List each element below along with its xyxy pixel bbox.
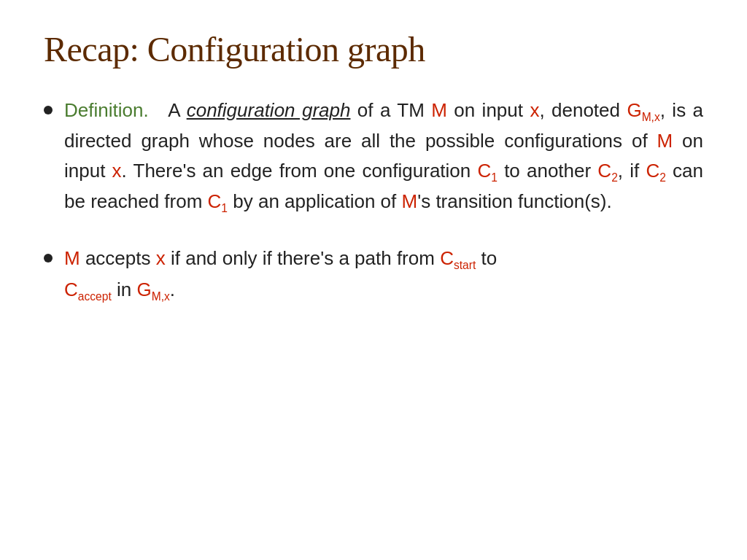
bullet-item-accepts: M accepts x if and only if there's a pat… xyxy=(44,244,703,306)
c-start-sub: start xyxy=(454,260,476,272)
bullet-dot-2 xyxy=(44,254,53,262)
c2-if: C xyxy=(646,160,659,182)
g-final-sub: M,x xyxy=(152,290,170,303)
tm-m-2: M xyxy=(657,130,673,152)
tm-m-1: M xyxy=(431,99,447,121)
slide-title: Recap: Configuration graph xyxy=(44,29,703,69)
c-accept-sub: accept xyxy=(78,290,112,303)
c2-if-sub: 2 xyxy=(659,171,666,184)
c2-label: C xyxy=(597,160,611,182)
input-x-1: x xyxy=(530,99,539,121)
m-accepts: M xyxy=(64,247,80,269)
definition-label: Definition. xyxy=(64,99,149,121)
config-graph-term: configuration graph xyxy=(187,99,351,121)
c1-from-sub: 1 xyxy=(221,202,228,214)
c2-sub: 2 xyxy=(611,171,618,184)
c-accept: C xyxy=(64,279,78,300)
c1-from: C xyxy=(208,190,222,212)
x-accepts: x xyxy=(156,247,166,269)
g-final: G xyxy=(136,279,151,300)
content-area: Definition. A configuration graph of a T… xyxy=(44,96,703,306)
bullet-text-accepts: M accepts x if and only if there's a pat… xyxy=(64,244,703,306)
bullet-dot-1 xyxy=(44,106,53,114)
c1-label: C xyxy=(477,160,491,182)
bullet-item-definition: Definition. A configuration graph of a T… xyxy=(44,96,703,217)
input-x-2: x xyxy=(112,160,122,182)
c-start: C xyxy=(440,247,454,269)
g-notation: G xyxy=(627,99,641,121)
tm-m-apos: M xyxy=(402,190,418,212)
c1-sub: 1 xyxy=(491,171,498,184)
g-subscript: M,x xyxy=(642,111,660,123)
bullet-text-definition: Definition. A configuration graph of a T… xyxy=(64,96,703,217)
